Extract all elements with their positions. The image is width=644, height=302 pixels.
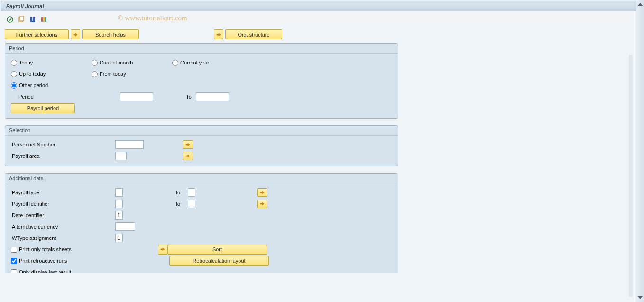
svg-point-0 xyxy=(7,17,13,22)
only-last-label: Only display last result xyxy=(19,269,71,273)
payroll-area-multiple-button[interactable] xyxy=(183,152,193,160)
period-label: Period xyxy=(18,94,120,100)
date-identifier-label: Date identifier xyxy=(11,212,115,218)
arrow-button-1[interactable] xyxy=(71,29,80,39)
only-last-checkbox[interactable]: Only display last result xyxy=(11,269,71,274)
period-group: Period Today Current month Current year … xyxy=(5,43,398,119)
application-toolbar: i xyxy=(0,12,644,27)
content-area: Further selections Search helps Org. str… xyxy=(0,27,644,273)
payroll-area-label: Payroll area xyxy=(11,153,115,159)
print-totals-label: Print only totals sheets xyxy=(19,247,72,252)
radio-current-year-label: Current year xyxy=(180,60,209,65)
payroll-identifier-multiple-button[interactable] xyxy=(257,200,267,208)
radio-up-to-today-label: Up to today xyxy=(19,71,46,77)
org-structure-label: Org. structure xyxy=(238,32,269,37)
payroll-type-label: Payroll type xyxy=(11,190,115,195)
payroll-type-to-input[interactable] xyxy=(188,188,195,197)
radio-current-month[interactable]: Current month xyxy=(92,60,172,66)
wtype-label: WType assignment xyxy=(11,235,115,241)
payroll-period-button-label: Payroll period xyxy=(27,105,59,111)
arrow-button-2[interactable] xyxy=(214,29,223,39)
radio-today[interactable]: Today xyxy=(11,60,92,66)
print-totals-checkbox[interactable]: Print only totals sheets xyxy=(11,247,158,253)
vertical-scrollbar[interactable] xyxy=(636,0,644,302)
radio-today-label: Today xyxy=(19,60,33,65)
svg-rect-2 xyxy=(20,16,24,21)
retro-layout-button[interactable]: Retrocalculation layout xyxy=(169,256,269,266)
payroll-identifier-to-input[interactable] xyxy=(188,200,195,208)
period-from-input[interactable] xyxy=(120,92,153,101)
payroll-type-to-label: to xyxy=(123,190,188,195)
execute-icon[interactable] xyxy=(6,15,14,24)
radio-current-year[interactable]: Current year xyxy=(172,60,253,66)
inner-scrollbar[interactable] xyxy=(629,55,633,297)
alt-currency-label: Alternative currency xyxy=(11,224,115,229)
page-title: Payroll Journal xyxy=(6,3,44,9)
selection-group-header: Selection xyxy=(5,126,398,136)
payroll-identifier-to-label: to xyxy=(123,201,188,207)
svg-rect-7 xyxy=(45,17,46,22)
print-retro-checkbox[interactable]: Print retroactive runs xyxy=(11,258,158,264)
print-retro-label: Print retroactive runs xyxy=(19,258,67,264)
top-buttons-row: Further selections Search helps Org. str… xyxy=(5,29,636,39)
personnel-number-label: Personnel Number xyxy=(11,142,115,147)
radio-up-to-today[interactable]: Up to today xyxy=(11,71,92,77)
svg-rect-5 xyxy=(41,17,43,22)
org-structure-button[interactable]: Org. structure xyxy=(225,29,282,39)
payroll-type-from-input[interactable] xyxy=(115,188,123,197)
payroll-period-button[interactable]: Payroll period xyxy=(11,103,75,113)
period-to-input[interactable] xyxy=(196,92,229,101)
radio-other-period-label: Other period xyxy=(19,82,48,88)
payroll-identifier-label: Payroll Identifier xyxy=(11,201,115,207)
radio-from-today[interactable]: From today xyxy=(92,71,172,77)
period-group-header: Period xyxy=(5,44,398,54)
date-identifier-input[interactable] xyxy=(115,211,123,220)
title-bar: Payroll Journal xyxy=(1,1,643,11)
svg-text:i: i xyxy=(32,16,33,22)
search-helps-button[interactable]: Search helps xyxy=(82,29,139,39)
sort-button-label: Sort xyxy=(212,247,222,252)
payroll-type-multiple-button[interactable] xyxy=(257,188,267,197)
svg-rect-6 xyxy=(43,17,45,22)
further-selections-button[interactable]: Further selections xyxy=(5,29,69,39)
sort-arrow-button[interactable] xyxy=(158,245,167,255)
scroll-up-icon[interactable] xyxy=(638,3,643,6)
additional-data-group: Additional data Payroll type to Payroll … xyxy=(5,173,398,273)
further-selections-label: Further selections xyxy=(16,32,57,37)
wtype-input[interactable] xyxy=(115,234,123,242)
payroll-identifier-from-input[interactable] xyxy=(115,200,123,208)
additional-data-group-header: Additional data xyxy=(5,174,398,183)
search-helps-label: Search helps xyxy=(95,32,126,37)
radio-other-period[interactable]: Other period xyxy=(11,82,92,89)
radio-from-today-label: From today xyxy=(100,71,126,77)
main-work-area: Further selections Search helps Org. str… xyxy=(0,27,644,302)
retro-layout-button-label: Retrocalculation layout xyxy=(193,258,245,264)
payroll-area-input[interactable] xyxy=(115,152,127,160)
color-legend-icon[interactable] xyxy=(40,15,48,24)
personnel-number-multiple-button[interactable] xyxy=(183,140,193,149)
scroll-down-icon[interactable] xyxy=(638,296,643,299)
period-to-label: To xyxy=(153,94,196,100)
sort-button[interactable]: Sort xyxy=(167,245,267,255)
radio-current-month-label: Current month xyxy=(100,60,133,65)
alt-currency-input[interactable] xyxy=(115,222,135,231)
info-icon[interactable]: i xyxy=(28,15,37,24)
get-variant-icon[interactable] xyxy=(17,15,26,24)
personnel-number-input[interactable] xyxy=(115,140,144,149)
selection-group: Selection Personnel Number Payroll area xyxy=(5,125,398,166)
